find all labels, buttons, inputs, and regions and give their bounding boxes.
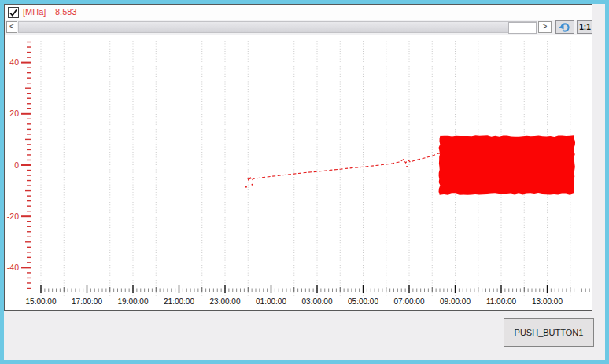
pen-visibility-checkbox[interactable]	[8, 7, 19, 18]
scroll-right-button[interactable]: >	[538, 21, 552, 33]
scroll-left-button[interactable]: <	[6, 21, 17, 33]
svg-text:03:00:00: 03:00:00	[302, 297, 333, 306]
push-button-label: PUSH_BUTTON1	[515, 328, 584, 337]
svg-text:07:00:00: 07:00:00	[394, 297, 425, 306]
svg-text:01:00:00: 01:00:00	[256, 297, 286, 306]
undo-zoom-button[interactable]	[555, 20, 574, 34]
pen-current-value: 8.583	[55, 7, 77, 17]
svg-text:0: 0	[14, 160, 19, 170]
svg-text:11:00:00: 11:00:00	[486, 297, 517, 306]
scrollbar-track[interactable]	[18, 21, 537, 33]
push-button-1[interactable]: PUSH_BUTTON1	[504, 318, 594, 347]
svg-text:09:00:00: 09:00:00	[440, 297, 471, 306]
trend-chart-area: 40200-20-4015:00:0017:00:0019:00:0021:00…	[5, 35, 592, 310]
svg-text:17:00:00: 17:00:00	[72, 297, 102, 306]
svg-text:05:00:00: 05:00:00	[348, 297, 378, 306]
svg-text:20: 20	[9, 108, 19, 118]
svg-text:40: 40	[9, 57, 19, 67]
svg-text:-20: -20	[7, 211, 19, 221]
one-to-one-zoom-button[interactable]: 1:1	[577, 20, 592, 34]
scrollbar-thumb[interactable]	[508, 22, 537, 34]
pen-unit-label: [МПа]	[23, 7, 46, 17]
undo-arrow-icon	[558, 22, 572, 33]
svg-text:19:00:00: 19:00:00	[118, 297, 149, 306]
svg-text:15:00:00: 15:00:00	[26, 297, 57, 306]
pen-legend-row: [МПа] 8.583	[5, 5, 592, 20]
svg-text:13:00:00: 13:00:00	[532, 297, 563, 306]
checkmark-icon	[9, 8, 18, 17]
svg-text:-40: -40	[7, 263, 19, 272]
trend-chart-canvas: 40200-20-4015:00:0017:00:0019:00:0021:00…	[5, 35, 592, 310]
trend-control-window: [МПа] 8.583 < > 1:1 40200-20-4015:00:001…	[4, 4, 592, 311]
hmi-screen: [МПа] 8.583 < > 1:1 40200-20-4015:00:001…	[0, 0, 609, 364]
svg-text:23:00:00: 23:00:00	[210, 297, 241, 306]
time-scrollbar-row: < > 1:1	[5, 20, 592, 35]
svg-text:21:00:00: 21:00:00	[164, 297, 194, 306]
